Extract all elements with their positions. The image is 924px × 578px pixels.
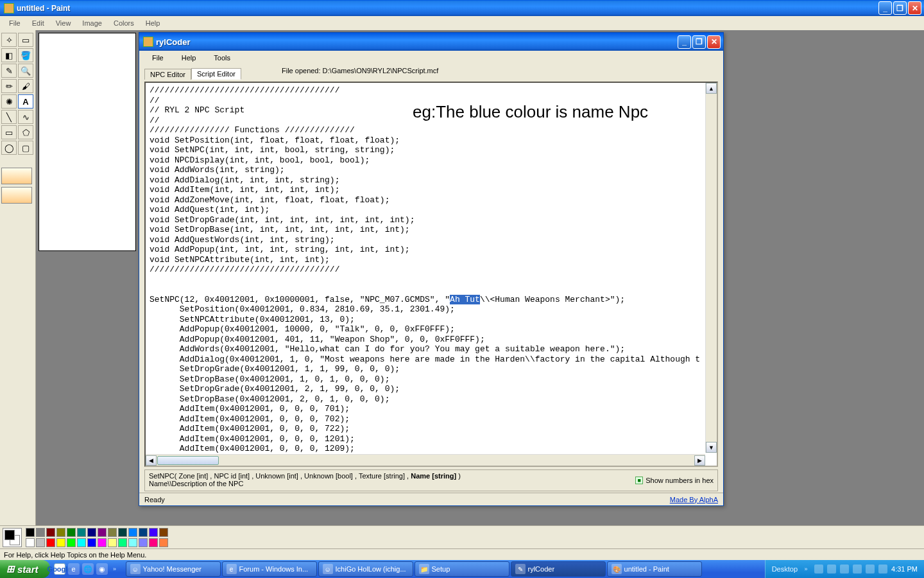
paint-minimize-button[interactable]: _: [878, 1, 892, 15]
tool-select[interactable]: ▭: [18, 33, 33, 47]
rylcoder-minimize-button[interactable]: _: [678, 35, 691, 49]
scroll-right-button[interactable]: ▶: [694, 455, 705, 466]
rylcoder-menu-tools[interactable]: Tools: [207, 53, 237, 63]
taskbar-button[interactable]: eForum - Windows In...: [222, 561, 317, 577]
ql-expand-icon[interactable]: »: [110, 566, 119, 572]
color-swatch[interactable]: [139, 538, 148, 547]
color-swatch[interactable]: [46, 528, 55, 537]
paint-maximize-button[interactable]: ❐: [893, 1, 907, 15]
paint-canvas[interactable]: [38, 33, 136, 251]
annotation-text: eg:The blue colour is name Npc: [413, 102, 648, 122]
color-swatch[interactable]: [159, 538, 168, 547]
rylcoder-status-bar: Ready Made By AlphA: [139, 493, 723, 505]
tool-polygon[interactable]: ⬠: [18, 125, 33, 139]
tray-icon-2[interactable]: [827, 565, 836, 574]
ql-ie-icon[interactable]: e: [68, 563, 80, 575]
tool-fill[interactable]: 🪣: [18, 48, 33, 62]
paint-menu-help[interactable]: Help: [141, 18, 166, 28]
color-swatch[interactable]: [149, 528, 158, 537]
color-swatch[interactable]: [26, 538, 35, 547]
color-swatch[interactable]: [67, 538, 76, 547]
color-swatch[interactable]: [36, 528, 45, 537]
taskbar-button[interactable]: 🎨untitled - Paint: [607, 561, 702, 577]
ql-media-icon[interactable]: ◉: [96, 563, 108, 575]
taskbar-button[interactable]: 📁Setup: [415, 561, 509, 577]
color-swatch[interactable]: [36, 538, 45, 547]
tray-clock[interactable]: 4:31 PM: [891, 565, 918, 573]
tool-picker[interactable]: ✎: [1, 64, 17, 78]
color-swatch[interactable]: [77, 538, 86, 547]
tool-rectangle[interactable]: ▭: [1, 125, 17, 139]
color-swatch[interactable]: [98, 528, 107, 537]
color-swatch[interactable]: [128, 528, 137, 537]
color-swatch[interactable]: [149, 538, 158, 547]
tool-curve[interactable]: ∿: [18, 110, 33, 124]
tray-icon-5[interactable]: [866, 565, 875, 574]
tool-magnifier[interactable]: 🔍: [18, 64, 33, 78]
tray-icon-6[interactable]: [878, 565, 887, 574]
current-colors[interactable]: [3, 528, 22, 547]
color-swatch[interactable]: [108, 538, 117, 547]
color-swatch[interactable]: [87, 528, 96, 537]
tool-rounded-rect[interactable]: ▢: [18, 141, 33, 155]
selected-text: Ah Tut: [450, 295, 480, 304]
vertical-scrollbar[interactable]: ▲ ▼: [705, 83, 717, 453]
color-swatch[interactable]: [56, 528, 65, 537]
tool-ellipse[interactable]: ◯: [1, 141, 17, 155]
color-swatch[interactable]: [108, 528, 117, 537]
rylcoder-titlebar[interactable]: rylCoder _ ❐ ✕: [139, 33, 723, 51]
taskbar-button[interactable]: ☺Yahoo! Messenger: [126, 561, 221, 577]
tab-npc-editor[interactable]: NPC Editor: [144, 69, 191, 80]
rylcoder-close-button[interactable]: ✕: [707, 35, 721, 49]
show-hex-checkbox[interactable]: ■ Show numbers in hex: [635, 477, 714, 484]
horizontal-scrollbar[interactable]: ◀ ▶: [146, 454, 705, 466]
taskbar-button[interactable]: ✎rylCoder: [511, 561, 606, 577]
paint-close-button[interactable]: ✕: [908, 1, 921, 15]
rylcoder-menu-file[interactable]: File: [146, 53, 170, 63]
tray-expand-icon[interactable]: »: [801, 566, 810, 572]
start-button[interactable]: ⊞ start: [0, 560, 50, 578]
color-swatch[interactable]: [118, 538, 127, 547]
color-swatch[interactable]: [128, 538, 137, 547]
tab-script-editor[interactable]: Script Editor: [191, 68, 241, 80]
tool-option-1[interactable]: [1, 168, 32, 184]
tray-icon-3[interactable]: [840, 565, 849, 574]
scroll-thumb[interactable]: [157, 456, 219, 465]
rylcoder-maximize-button[interactable]: ❐: [692, 35, 706, 49]
color-swatch[interactable]: [159, 528, 168, 537]
tool-freeform-select[interactable]: ✧: [1, 33, 17, 47]
paint-menu-colors[interactable]: Colors: [108, 18, 139, 28]
tool-pencil[interactable]: ✏: [1, 79, 17, 93]
tray-icon-1[interactable]: [814, 565, 823, 574]
color-swatch[interactable]: [26, 528, 35, 537]
color-swatch[interactable]: [46, 538, 55, 547]
color-swatch[interactable]: [87, 538, 96, 547]
made-by-link[interactable]: Made By AlphA: [670, 496, 718, 504]
color-swatch[interactable]: [67, 528, 76, 537]
scroll-left-button[interactable]: ◀: [146, 455, 157, 466]
tool-airbrush[interactable]: ✺: [1, 94, 17, 109]
tool-option-2[interactable]: [1, 187, 32, 204]
tool-brush[interactable]: 🖌: [18, 79, 33, 93]
color-swatch[interactable]: [98, 538, 107, 547]
paint-menu-view[interactable]: View: [51, 18, 76, 28]
scroll-up-button[interactable]: ▲: [706, 83, 717, 94]
tool-line[interactable]: ╲: [1, 110, 17, 124]
tool-text[interactable]: A: [18, 94, 33, 109]
scroll-down-button[interactable]: ▼: [706, 442, 717, 453]
tray-icon-4[interactable]: [853, 565, 862, 574]
color-swatch[interactable]: [118, 528, 127, 537]
paint-menu-image[interactable]: Image: [77, 18, 107, 28]
color-swatch[interactable]: [77, 528, 86, 537]
ql-globe-icon[interactable]: 🌐: [82, 563, 94, 575]
rylcoder-menu-help[interactable]: Help: [175, 53, 203, 63]
paint-menu-file[interactable]: File: [4, 18, 26, 28]
ql-google[interactable]: Google: [54, 563, 65, 575]
desktop-label[interactable]: Desktop: [772, 565, 798, 573]
script-text-area[interactable]: ////////////////////////////////////// /…: [146, 83, 705, 453]
taskbar-button[interactable]: ☺IchiGo HolLow (ichig...: [318, 561, 413, 577]
tool-eraser[interactable]: ◧: [1, 48, 17, 62]
color-swatch[interactable]: [139, 528, 148, 537]
color-swatch[interactable]: [56, 538, 65, 547]
paint-menu-edit[interactable]: Edit: [27, 18, 49, 28]
